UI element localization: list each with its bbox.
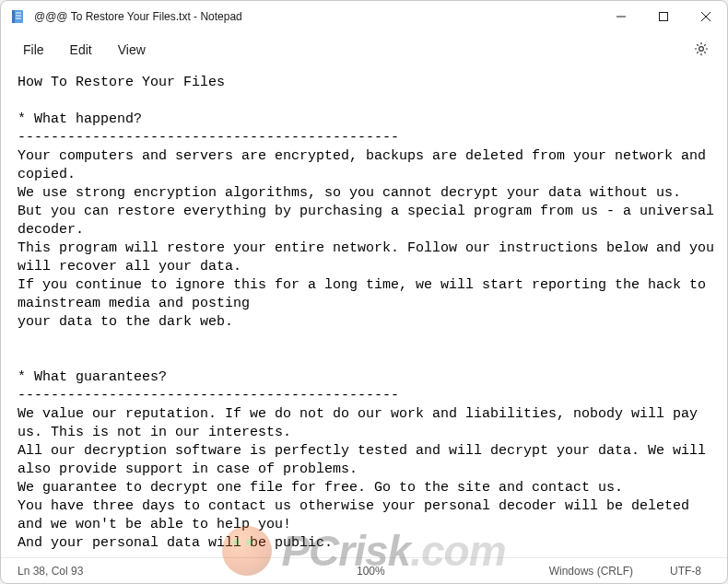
svg-rect-1 — [12, 10, 15, 23]
svg-rect-6 — [660, 13, 668, 21]
menu-edit[interactable]: Edit — [57, 37, 105, 63]
settings-button[interactable] — [685, 33, 718, 66]
gear-icon — [693, 41, 710, 60]
close-button[interactable] — [685, 2, 727, 31]
menu-file[interactable]: File — [10, 37, 57, 63]
svg-point-9 — [699, 46, 704, 51]
editor-area: How To Restore Your Files * What happend… — [1, 67, 727, 557]
status-line-ending: Windows (CRLF) — [531, 565, 652, 578]
status-encoding: UTF-8 — [652, 565, 720, 578]
text-editor[interactable]: How To Restore Your Files * What happend… — [1, 68, 727, 557]
status-cursor: Ln 38, Col 93 — [8, 565, 211, 578]
window-title: @@@ To Restore Your Files.txt - Notepad — [34, 10, 242, 23]
menubar: File Edit View — [1, 32, 727, 67]
menu-view[interactable]: View — [105, 37, 159, 63]
notepad-window: @@@ To Restore Your Files.txt - Notepad … — [0, 0, 728, 584]
minimize-button[interactable] — [600, 2, 642, 31]
status-zoom: 100% — [357, 565, 385, 578]
statusbar: Ln 38, Col 93 100% Windows (CRLF) UTF-8 — [1, 557, 727, 583]
notepad-icon — [10, 9, 25, 24]
maximize-button[interactable] — [642, 2, 685, 31]
titlebar: @@@ To Restore Your Files.txt - Notepad — [1, 1, 727, 32]
